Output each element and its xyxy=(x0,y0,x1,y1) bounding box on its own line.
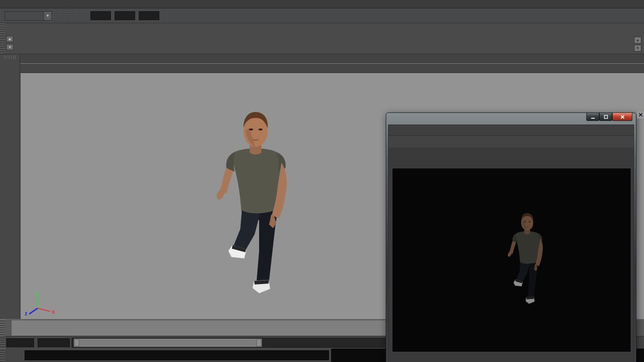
menu-set-arrow-icon[interactable]: ▼ xyxy=(44,11,52,21)
axis-z-label: z xyxy=(25,310,27,317)
y-coordinate-field[interactable] xyxy=(115,11,135,20)
range-slider-trough[interactable] xyxy=(72,338,418,348)
range-end-handle[interactable] xyxy=(256,339,261,346)
main-menubar xyxy=(0,0,644,9)
shelf-item-button[interactable]: ■ xyxy=(6,36,13,42)
viewport-menubar xyxy=(21,54,644,63)
render-view-titlebar[interactable] xyxy=(386,113,636,125)
toolbar-separator[interactable] xyxy=(64,10,66,21)
shelf-grip[interactable] xyxy=(0,23,5,54)
shelf-trash-icon[interactable] xyxy=(630,25,640,36)
panel-close-icon[interactable]: ✕ xyxy=(637,112,644,118)
shelf-scroll-up-icon[interactable]: ▲ xyxy=(634,37,641,43)
toolbar-separator[interactable] xyxy=(54,10,55,21)
shelf: ■ ▼ ▲ ▼ xyxy=(0,23,644,54)
view-axis-indicator: y x z xyxy=(24,290,60,319)
render-status xyxy=(388,350,634,362)
rendered-image[interactable] xyxy=(392,168,631,352)
animation-start-field[interactable] xyxy=(6,338,34,347)
playback-range-bar[interactable] xyxy=(74,339,262,347)
shelf-menu-arrow-icon[interactable]: ▼ xyxy=(6,44,13,50)
toolbar-separator[interactable] xyxy=(81,10,82,21)
render-view-window[interactable] xyxy=(386,112,636,362)
rendered-character xyxy=(503,209,552,307)
close-button[interactable] xyxy=(612,113,632,121)
maya-application-window: ▼ ■ ▼ ▲ ▼ xyxy=(0,0,644,362)
menu-set-value[interactable] xyxy=(4,11,44,21)
render-view-toolbar xyxy=(388,136,634,148)
playback-start-field[interactable] xyxy=(38,338,70,347)
render-view-canvas[interactable] xyxy=(388,149,634,362)
menu-set-selector[interactable]: ▼ xyxy=(4,11,52,21)
viewport-character-model[interactable] xyxy=(206,103,305,301)
z-coordinate-field[interactable] xyxy=(139,11,159,20)
viewport-toolbar xyxy=(21,64,644,73)
command-line-grip[interactable] xyxy=(0,349,5,362)
axis-x-label: x xyxy=(52,309,55,315)
toolbox-grip[interactable] xyxy=(4,56,16,59)
toolbar-separator[interactable] xyxy=(59,10,61,21)
toolbox xyxy=(0,54,20,319)
x-coordinate-field[interactable] xyxy=(90,11,111,20)
range-start-handle[interactable] xyxy=(74,339,79,346)
toolbar-separator[interactable] xyxy=(75,10,77,21)
status-line-toolbar: ▼ xyxy=(0,9,644,23)
main-workspace: y x z xyxy=(0,54,644,319)
range-grip[interactable] xyxy=(0,336,5,349)
coordinate-entry xyxy=(89,11,159,20)
timeline-grip[interactable] xyxy=(0,319,5,336)
render-view-menubar xyxy=(388,125,634,136)
axis-y-label: y xyxy=(36,291,39,297)
shelf-scroll-down-icon[interactable]: ▼ xyxy=(634,45,641,52)
maximize-button[interactable] xyxy=(599,113,612,121)
toolbar-separator[interactable] xyxy=(70,10,72,21)
minimize-button[interactable] xyxy=(586,113,599,121)
command-input-field[interactable] xyxy=(25,350,329,360)
